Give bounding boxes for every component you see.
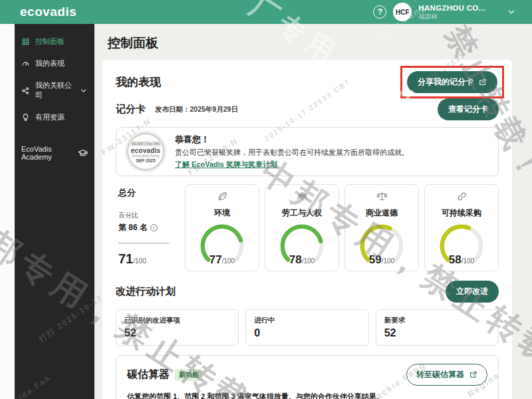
sidebar-item-affiliated-companies[interactable]: 我的关联公司 — [15, 74, 94, 106]
carbon-estimator-title: 碳估算器 — [127, 368, 170, 382]
view-scorecard-button[interactable]: 查看记分卡 — [438, 98, 499, 120]
people-icon — [269, 190, 334, 205]
main-content: 控制面板 我的表现 分享我的记分卡 记分卡 发布日期：2025年9月29日 查看… — [94, 24, 532, 399]
share-export-icon — [478, 78, 487, 86]
red-annotation-box: 分享我的记分卡 — [400, 66, 504, 98]
congrats-title: 恭喜您！ — [175, 134, 409, 146]
performance-title: 我的表现 — [116, 74, 161, 90]
ecovadis-logo: ecovadis — [20, 5, 76, 19]
stat-value: 52 — [124, 327, 230, 339]
total-score-column: 总分 百分比 第 86 名 i 71/100 — [116, 184, 180, 271]
medal-tier: SILVER | Top 15% — [130, 141, 161, 146]
share-scorecard-button[interactable]: 分享我的记分卡 — [407, 71, 497, 93]
category-card-labor-human-rights: 劳工与人权 78/100 — [265, 184, 339, 271]
left-gutter — [0, 24, 15, 399]
grid-icon — [21, 37, 30, 46]
performance-panel: 我的表现 分享我的记分卡 记分卡 发布日期：2025年9月29日 查看记分卡 S… — [102, 60, 512, 399]
new-feature-badge: 新功能 — [175, 369, 203, 381]
improvement-plan-title: 改进行动计划 — [116, 285, 176, 298]
percentile-label: 百分比 — [118, 211, 177, 220]
lightbulb-icon — [21, 113, 30, 122]
stat-card-new-requests: 新要求 52 — [376, 309, 499, 346]
top-app-bar: ecovadis ? HCF HANGZHOU CO... 福源林 — [0, 0, 532, 24]
go-to-carbon-estimator-button[interactable]: 转至碳估算器 — [406, 364, 487, 386]
sidebar: 控制面板 我的表现 我的关联公司 有用资源 EcoVadis Academy — [15, 24, 94, 399]
gauge-icon — [21, 59, 30, 68]
category-score: 78 — [289, 253, 302, 266]
score-gauge: 58/100 — [431, 224, 492, 267]
avatar[interactable]: HCF — [393, 3, 412, 21]
medal-subtitle: Sustainability Rating — [132, 154, 160, 158]
leaf-icon — [190, 190, 255, 205]
page-title: 控制面板 — [108, 35, 512, 52]
sidebar-item-label: EcoVadis Academy — [21, 145, 72, 161]
company-name: HANGZHOU CO... — [418, 3, 485, 13]
sidebar-item-dashboard[interactable]: 控制面板 — [15, 31, 94, 53]
stat-card-in-progress: 进行中 0 — [245, 309, 368, 346]
scorecard-title: 记分卡 — [116, 103, 146, 116]
info-icon[interactable]: i — [150, 224, 158, 231]
silver-medal-badge: SILVER | Top 15% ecovadis Sustainability… — [127, 133, 164, 170]
category-card-environment: 环境 77/100 — [185, 184, 259, 271]
stat-label: 已识别的改进事项 — [124, 316, 230, 325]
category-score: 59 — [369, 253, 382, 266]
sidebar-item-my-performance[interactable]: 我的表现 — [15, 53, 94, 74]
sidebar-item-label: 我的表现 — [35, 59, 65, 68]
category-score: 58 — [449, 253, 462, 266]
category-card-sustainable-procurement: 可持续采购 58/100 — [424, 184, 499, 271]
medal-date: SEP 2025 — [136, 158, 155, 163]
category-label: 劳工与人权 — [269, 207, 334, 219]
sidebar-item-label: 有用资源 — [35, 112, 65, 122]
medal-box: SILVER | Top 15% ecovadis Sustainability… — [116, 127, 499, 176]
help-icon[interactable]: ? — [373, 5, 386, 19]
account-menu[interactable]: HANGZHOU CO... 福源林 — [418, 3, 485, 21]
chain-link-icon — [429, 190, 494, 205]
network-icon — [21, 86, 30, 95]
sidebar-item-label: 控制面板 — [35, 37, 65, 47]
total-score-label: 总分 — [118, 187, 177, 199]
stat-label: 新要求 — [384, 316, 490, 325]
scales-icon — [349, 190, 414, 205]
sidebar-item-useful-resources[interactable]: 有用资源 — [15, 106, 94, 128]
stat-value: 0 — [254, 327, 360, 339]
category-label: 环境 — [190, 207, 255, 219]
carbon-estimator-section: 碳估算器 新功能 转至碳估算器 估算您的范围 1、范围 2 和范围 3 温室气体… — [116, 355, 499, 399]
score-gauge: 59/100 — [351, 224, 412, 267]
sidebar-item-label: 我的关联公司 — [35, 80, 74, 100]
scores-section: 总分 百分比 第 86 名 i 71/100 环境 — [116, 184, 499, 271]
divider — [118, 243, 169, 243]
score-gauge: 78/100 — [271, 224, 332, 267]
carbon-description: 估算您的范围 1、范围 2 和范围 3 温室气体排放量。与您的合作伙伴分享结果。 — [127, 392, 487, 399]
score-gauge: 77/100 — [192, 224, 253, 267]
medal-program-link[interactable]: 了解 EcoVadis 奖牌与奖章计划 — [175, 160, 277, 170]
percentile-rank: 第 86 名 — [118, 222, 148, 233]
category-label: 商业道德 — [349, 207, 414, 219]
medal-logo: ecovadis — [131, 147, 160, 154]
stat-label: 进行中 — [254, 316, 360, 325]
user-name: 福源林 — [418, 13, 485, 21]
improve-now-button[interactable]: 立即改进 — [446, 281, 499, 303]
published-date: 发布日期：2025年9月29日 — [155, 105, 238, 114]
chevron-down-icon[interactable] — [507, 7, 516, 17]
category-score: 77 — [209, 253, 222, 266]
medal-message: 贵公司已荣获银奖牌，用于表彰贵公司在可持续发展方面所取得的成就。 — [175, 148, 409, 158]
external-link-icon — [469, 370, 477, 379]
category-card-business-ethics: 商业道德 59/100 — [344, 184, 419, 271]
category-label: 可持续采购 — [429, 207, 494, 219]
total-score-value: 71 — [118, 251, 133, 266]
sidebar-item-ecovadis-academy[interactable]: EcoVadis Academy — [15, 139, 94, 167]
stat-value: 52 — [384, 327, 490, 339]
chevron-down-icon — [79, 86, 88, 95]
stat-card-identified: 已识别的改进事项 52 — [116, 309, 239, 346]
graduation-cap-icon — [78, 148, 88, 158]
